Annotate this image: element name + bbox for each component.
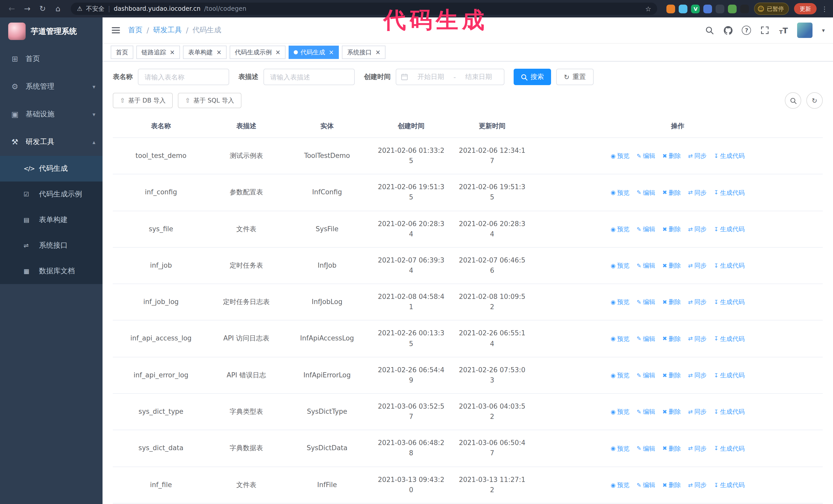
import-sql-button[interactable]: ⇧ 基于 SQL 导入	[178, 93, 241, 108]
sidebar-item-form-builder[interactable]: ▤ 表单构建	[0, 207, 102, 233]
browser-home-icon[interactable]: ⌂	[51, 2, 65, 16]
sync-link[interactable]: ⇄同步	[688, 261, 707, 270]
generate-code-link[interactable]: ↧生成代码	[714, 151, 744, 161]
sync-link[interactable]: ⇄同步	[688, 224, 707, 234]
date-range-picker[interactable]: 开始日期 - 结束日期	[396, 69, 504, 85]
preview-link[interactable]: ◉预览	[611, 151, 629, 161]
browser-forward-icon[interactable]: →	[21, 2, 34, 16]
delete-link[interactable]: ✖删除	[662, 480, 681, 490]
search-button[interactable]: 搜索	[514, 69, 551, 85]
edit-link[interactable]: ✎编辑	[637, 407, 655, 417]
address-bar[interactable]: ⚠ 不安全 | dashboard.yudao.iocoder.cn /tool…	[71, 3, 658, 15]
tab-codegen[interactable]: 代码生成 ×	[289, 46, 339, 59]
preview-link[interactable]: ◉预览	[611, 224, 629, 234]
sync-link[interactable]: ⇄同步	[688, 444, 707, 453]
tab-tracing[interactable]: 链路追踪 ×	[136, 46, 180, 59]
tab-api[interactable]: 系统接口 ×	[342, 46, 386, 59]
tab-codegen-example[interactable]: 代码生成示例 ×	[230, 46, 286, 59]
generate-code-link[interactable]: ↧生成代码	[714, 407, 744, 417]
browser-update-button[interactable]: 更新	[794, 3, 816, 14]
edit-link[interactable]: ✎编辑	[637, 188, 655, 197]
ext-blue-people-icon[interactable]	[704, 4, 712, 13]
sidebar-toggle-icon[interactable]	[111, 25, 121, 35]
preview-link[interactable]: ◉预览	[611, 334, 629, 343]
table-desc-input[interactable]	[263, 69, 355, 85]
toggle-search-button[interactable]	[785, 92, 801, 109]
generate-code-link[interactable]: ↧生成代码	[714, 188, 744, 197]
browser-back-icon[interactable]: ←	[5, 2, 19, 16]
ext-dark-icon[interactable]	[716, 4, 724, 13]
sync-link[interactable]: ⇄同步	[688, 334, 707, 343]
tab-form-builder[interactable]: 表单构建 ×	[183, 46, 227, 59]
breadcrumb-home[interactable]: 首页	[128, 26, 143, 35]
edit-link[interactable]: ✎编辑	[637, 334, 655, 343]
delete-link[interactable]: ✖删除	[662, 261, 681, 270]
generate-code-link[interactable]: ↧生成代码	[714, 444, 744, 453]
sidebar-item-home[interactable]: ⊞ 首页	[0, 45, 102, 73]
breadcrumb-devtools[interactable]: 研发工具	[153, 26, 182, 35]
preview-link[interactable]: ◉预览	[611, 188, 629, 197]
refresh-table-button[interactable]: ↻	[806, 92, 823, 109]
delete-link[interactable]: ✖删除	[662, 297, 681, 307]
preview-link[interactable]: ◉预览	[611, 261, 629, 270]
tab-close-icon[interactable]: ×	[216, 49, 221, 55]
edit-link[interactable]: ✎编辑	[637, 297, 655, 307]
ext-orange-icon[interactable]	[667, 4, 675, 13]
edit-link[interactable]: ✎编辑	[637, 261, 655, 270]
generate-code-link[interactable]: ↧生成代码	[714, 297, 744, 307]
tab-close-icon[interactable]: ×	[329, 49, 334, 55]
ext-black-pug-icon[interactable]	[740, 4, 749, 13]
tab-home[interactable]: 首页	[111, 46, 133, 59]
preview-link[interactable]: ◉预览	[611, 297, 629, 307]
ext-blue-drop-icon[interactable]	[679, 4, 688, 13]
app-logo[interactable]: 芋道管理系统	[0, 18, 102, 45]
edit-link[interactable]: ✎编辑	[637, 480, 655, 490]
delete-link[interactable]: ✖删除	[662, 224, 681, 234]
sync-link[interactable]: ⇄同步	[688, 297, 707, 307]
sidebar-item-system[interactable]: ⚙ 系统管理 ▾	[0, 73, 102, 100]
edit-link[interactable]: ✎编辑	[637, 224, 655, 234]
avatar-caret-icon[interactable]: ▾	[822, 27, 825, 33]
sidebar-item-codegen[interactable]: </> 代码生成	[0, 156, 102, 182]
sidebar-item-devtools[interactable]: ⚒ 研发工具 ▴	[0, 128, 102, 156]
tab-close-icon[interactable]: ×	[376, 49, 381, 55]
sidebar-item-infra[interactable]: ▣ 基础设施 ▾	[0, 100, 102, 128]
delete-link[interactable]: ✖删除	[662, 188, 681, 197]
sidebar-item-db-doc[interactable]: ▦ 数据库文档	[0, 258, 102, 284]
sync-link[interactable]: ⇄同步	[688, 480, 707, 490]
import-db-button[interactable]: ⇧ 基于 DB 导入	[113, 93, 173, 108]
reset-button[interactable]: ↻ 重置	[556, 69, 594, 85]
sidebar-item-api[interactable]: ⇌ 系统接口	[0, 233, 102, 258]
sidebar-item-codegen-example[interactable]: ☑ 代码生成示例	[0, 182, 102, 207]
edit-link[interactable]: ✎编辑	[637, 444, 655, 453]
browser-menu-icon[interactable]: ⋮	[821, 5, 828, 13]
delete-link[interactable]: ✖删除	[662, 371, 681, 380]
sync-link[interactable]: ⇄同步	[688, 151, 707, 161]
bookmark-star-icon[interactable]: ☆	[645, 5, 651, 13]
preview-link[interactable]: ◉预览	[611, 407, 629, 417]
fullscreen-icon[interactable]	[760, 26, 770, 35]
generate-code-link[interactable]: ↧生成代码	[714, 480, 744, 490]
generate-code-link[interactable]: ↧生成代码	[714, 224, 744, 234]
edit-link[interactable]: ✎编辑	[637, 151, 655, 161]
table-name-input[interactable]	[138, 69, 229, 85]
edit-link[interactable]: ✎编辑	[637, 371, 655, 380]
sync-link[interactable]: ⇄同步	[688, 407, 707, 417]
ext-green-v-icon[interactable]: V	[691, 4, 700, 13]
sync-link[interactable]: ⇄同步	[688, 188, 707, 197]
browser-reload-icon[interactable]: ↻	[36, 2, 49, 16]
generate-code-link[interactable]: ↧生成代码	[714, 371, 744, 380]
tab-close-icon[interactable]: ×	[170, 49, 175, 55]
preview-link[interactable]: ◉预览	[611, 371, 629, 380]
generate-code-link[interactable]: ↧生成代码	[714, 261, 744, 270]
sync-link[interactable]: ⇄同步	[688, 371, 707, 380]
delete-link[interactable]: ✖删除	[662, 334, 681, 343]
help-icon[interactable]: ?	[742, 26, 751, 35]
github-icon[interactable]	[723, 26, 733, 35]
preview-link[interactable]: ◉预览	[611, 444, 629, 453]
delete-link[interactable]: ✖删除	[662, 407, 681, 417]
font-size-icon[interactable]: TT	[779, 26, 788, 35]
profile-paused-badge[interactable]: ☺ 已暂停	[754, 3, 789, 15]
search-icon[interactable]	[705, 26, 714, 35]
delete-link[interactable]: ✖删除	[662, 444, 681, 453]
